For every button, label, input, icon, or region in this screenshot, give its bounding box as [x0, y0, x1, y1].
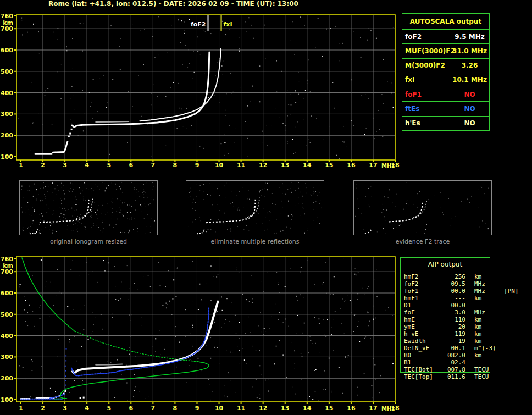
svg-text:17: 17 [369, 162, 377, 169]
aip-cell-u: km [474, 330, 503, 337]
svg-text:5: 5 [107, 162, 111, 169]
station-date-time-title: Rome (lat: +41.8, lon: 012.5) - DATE: 20… [48, 0, 298, 8]
aip-cell-l: D1 [404, 302, 442, 309]
aip-cell-v: 011.6 [442, 373, 465, 380]
trace-es-blobs [68, 136, 70, 137]
trace-blue-column [65, 370, 66, 372]
aip-row-ewidth: Ewidth19km [404, 337, 528, 345]
aip-cell-l: hmF2 [404, 273, 442, 280]
trace-f2-ordinary [72, 52, 209, 127]
svg-text:MHz: MHz [381, 406, 395, 412]
aip-cell-u: MHz [474, 309, 503, 316]
aip-cell-l: hmE [404, 316, 442, 323]
svg-text:MHz: MHz [381, 163, 395, 169]
aip-cell-u: km [474, 337, 503, 345]
trace-oblique-echo [175, 296, 176, 297]
svg-text:16: 16 [347, 405, 356, 412]
svg-text:15: 15 [325, 162, 333, 169]
aip-cell-v: 19 [442, 337, 465, 345]
svg-text:300: 300 [1, 110, 13, 118]
svg-text:13: 13 [281, 405, 289, 412]
svg-text:14: 14 [303, 162, 312, 169]
svg-text:500: 500 [1, 68, 13, 75]
aip-cell-l: TEC[Bot] [404, 366, 442, 373]
parameter-value: 9.5 MHz [450, 30, 489, 43]
autoscala-app-window: Rome (lat: +41.8, lon: 012.5) - DATE: 20… [0, 0, 532, 415]
parameter-label: M(3000)F2 [402, 59, 450, 73]
trace-oblique-echo [169, 301, 170, 302]
svg-text:8: 8 [173, 162, 178, 169]
aip-cell-l: B1 [404, 359, 442, 366]
parameter-label: foF2 [402, 30, 450, 43]
thumb-trace-0 [206, 198, 256, 223]
autoscala-table-header: AUTOSCALA output [402, 14, 489, 30]
svg-text:700: 700 [1, 268, 13, 275]
aip-cell-v: 02.4 [442, 359, 465, 366]
aip-cell-v: 082.0 [442, 352, 465, 359]
svg-text:100: 100 [1, 153, 13, 161]
svg-text:600: 600 [1, 47, 13, 54]
aip-cell-l: ymE [404, 323, 442, 330]
thumb-trace-2 [365, 229, 372, 234]
aip-cell-v: 00.1 [442, 345, 465, 352]
svg-text:6: 6 [129, 162, 133, 169]
parameter-value: NO [450, 87, 489, 101]
parameter-value: 10.1 MHz [450, 73, 489, 87]
aip-cell-l: DelN_vE [404, 345, 442, 352]
trace-x-remnant [96, 364, 122, 365]
thumbnail-caption-1: original ionogram resized [19, 238, 158, 245]
trace-es-white-3 [80, 397, 81, 399]
aip-cell-u: m^(-3) [474, 345, 503, 352]
autoscala-row-fof1: foF1NO [402, 87, 489, 102]
svg-text:600: 600 [1, 290, 13, 297]
svg-text:1: 1 [19, 405, 23, 412]
aip-cell-u: km [474, 323, 503, 330]
aip-cell-u: km [474, 273, 503, 280]
svg-text:200: 200 [1, 375, 13, 382]
trace-blue-column [66, 348, 67, 350]
aip-row-yme: ymE20km [404, 323, 528, 330]
trace-blue-column [65, 366, 66, 367]
trace-es-blobs [69, 133, 71, 135]
svg-text:13: 13 [281, 162, 289, 169]
parameter-value: NO [450, 117, 489, 130]
autoscala-row-muf3000f2: MUF(3000)F231.0 MHz [402, 44, 489, 58]
autoscala-row-ftes: ftEsNO [402, 102, 489, 116]
aip-row-b0: B0082.0km [404, 352, 528, 359]
svg-text:km: km [3, 262, 13, 269]
parameter-label: MUF(3000)F2 [402, 44, 450, 58]
svg-text:12: 12 [259, 405, 267, 412]
svg-text:14: 14 [303, 405, 312, 412]
aip-row-hve: h_vE119km [404, 330, 528, 337]
aip-cell-l: h_vE [404, 330, 442, 337]
svg-text:700: 700 [1, 25, 13, 32]
aip-row-hmf1: hmF1---km [404, 295, 528, 302]
parameter-label: ftEs [402, 102, 450, 115]
svg-text:6: 6 [129, 405, 133, 412]
aip-cell-u: km [474, 295, 503, 302]
aip-table-header: AIP output [400, 261, 490, 268]
trace-f2-white [73, 302, 218, 373]
marker-label-fxI: fxI [224, 21, 232, 28]
aip-cell-v: 20 [442, 323, 465, 330]
trace-oblique-echo [162, 305, 163, 306]
svg-text:400: 400 [1, 333, 13, 340]
trace-blue-column [65, 375, 66, 377]
thumb-trace-0 [389, 202, 423, 222]
marker-label-foF2: foF2 [191, 21, 206, 28]
autoscala-row-fxi: fxI10.1 MHz [402, 73, 489, 87]
aip-output-table: hmF2256kmfoF209.5MHzfoF100.0MHz[PN]hmF1-… [404, 273, 528, 380]
aip-row-tecbot: TEC[Bot]007.8TECU [404, 366, 528, 373]
trace-profile-topside [22, 258, 75, 331]
svg-text:9: 9 [195, 405, 199, 412]
svg-text:11: 11 [237, 162, 245, 169]
svg-text:500: 500 [1, 311, 13, 318]
trace-x-flat [96, 121, 129, 122]
aip-row-hmf2: hmF2256km [404, 273, 528, 280]
trace-es-white-3 [64, 390, 66, 392]
aip-cell-v: 3.0 [442, 309, 465, 316]
autoscala-row-m3000f2: M(3000)F23.26 [402, 59, 489, 73]
aip-row-fof2: foF209.5MHz [404, 280, 528, 287]
aip-cell-v: 110 [442, 316, 465, 323]
aip-cell-u: TECU [474, 366, 503, 373]
